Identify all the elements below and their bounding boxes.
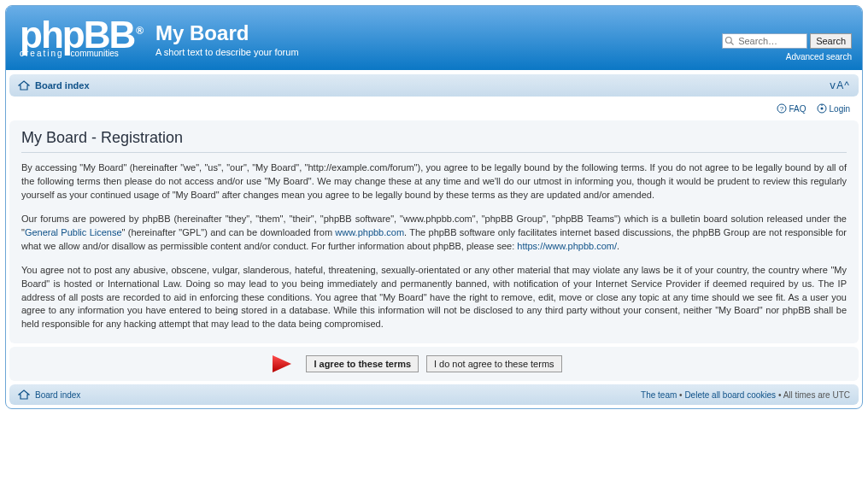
logo-registered: ® xyxy=(136,25,142,37)
faq-icon: ? xyxy=(777,103,787,114)
site-header: phpBB® creatingcommunities My Board A sh… xyxy=(6,6,862,70)
delete-cookies-link[interactable]: Delete all board cookies xyxy=(684,390,776,400)
board-index-link[interactable]: Board index xyxy=(35,80,90,91)
login-icon xyxy=(817,103,827,114)
top-links: ? FAQ Login xyxy=(6,100,862,120)
registration-panel: My Board - Registration By accessing "My… xyxy=(9,120,859,343)
svg-point-5 xyxy=(820,108,823,110)
search-input[interactable] xyxy=(722,33,807,49)
terms-paragraph-3: You agree not to post any abusive, obsce… xyxy=(21,264,847,332)
gpl-link[interactable]: General Public License xyxy=(25,227,122,237)
svg-point-0 xyxy=(726,38,732,44)
home-icon xyxy=(18,389,30,400)
svg-text:?: ? xyxy=(779,105,783,113)
timezone-text: All times are UTC xyxy=(783,390,850,400)
team-link[interactable]: The team xyxy=(641,390,677,400)
phpbb-link[interactable]: www.phpbb.com xyxy=(335,227,404,237)
footer-bar: Board index The team • Delete all board … xyxy=(9,384,859,405)
faq-label: FAQ xyxy=(789,104,806,114)
annotation-arrow xyxy=(242,353,293,375)
search-button[interactable]: Search xyxy=(810,33,852,49)
advanced-search-link[interactable]: Advanced search xyxy=(786,52,852,61)
terms-paragraph-2: Our forums are powered by phpBB (hereina… xyxy=(21,213,847,254)
disagree-button[interactable]: I do not agree to these terms xyxy=(426,355,562,372)
registration-heading: My Board - Registration xyxy=(21,129,847,153)
terms-paragraph-1: By accessing "My Board" (hereinafter "we… xyxy=(21,161,847,202)
faq-link[interactable]: ? FAQ xyxy=(777,103,806,114)
logo-text: phpBB xyxy=(20,14,134,56)
svg-line-1 xyxy=(731,43,734,45)
site-title[interactable]: My Board xyxy=(155,21,299,45)
site-description: A short text to describe your forum xyxy=(155,47,299,57)
phpbb-url-link[interactable]: https://www.phpbb.com/ xyxy=(517,241,617,251)
breadcrumb-bar: Board index ᴠA^ xyxy=(9,73,859,97)
login-label: Login xyxy=(830,104,850,114)
home-icon xyxy=(18,80,30,91)
submit-bar: I agree to these terms I do not agree to… xyxy=(9,347,859,381)
login-link[interactable]: Login xyxy=(817,103,850,114)
footer-board-index-link[interactable]: Board index xyxy=(35,390,80,400)
search-icon xyxy=(724,36,735,46)
font-resize-control[interactable]: ᴠA^ xyxy=(830,79,850,91)
agree-button[interactable]: I agree to these terms xyxy=(306,355,419,372)
phpbb-logo[interactable]: phpBB® creatingcommunities xyxy=(20,16,142,58)
